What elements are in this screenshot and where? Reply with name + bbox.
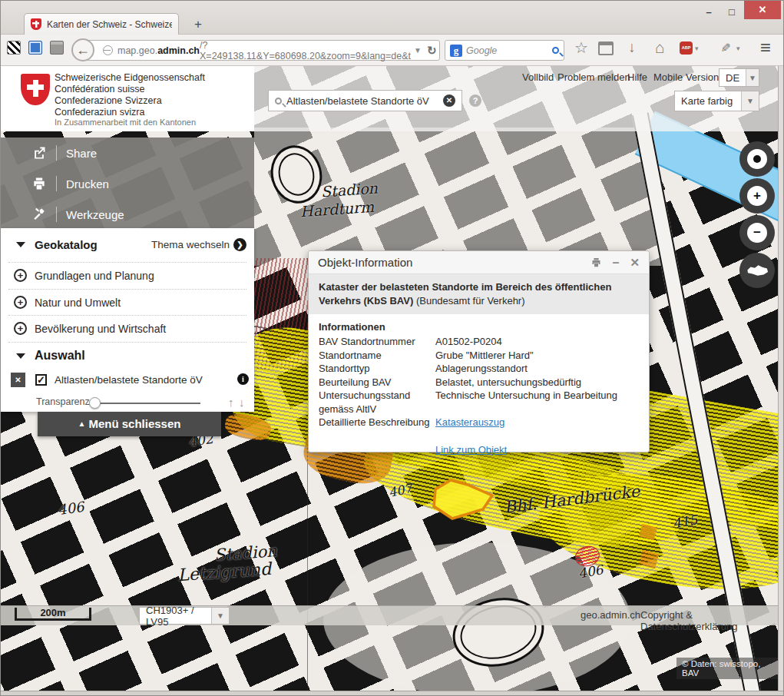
popup-close-icon[interactable]: ✕ [630, 256, 640, 270]
search-help-icon[interactable]: ? [469, 94, 481, 107]
map-style-value: Karte farbig [675, 95, 741, 107]
window-close-button[interactable]: ✕ [744, 1, 781, 19]
window-maximize-button[interactable]: □ [721, 5, 743, 21]
extension-bag-icon[interactable] [50, 41, 64, 55]
sidebar-item-label: Drucken [66, 177, 109, 191]
bookmarks-clipboard-icon[interactable] [598, 41, 614, 55]
adblock-dropdown-icon[interactable]: ▾ [695, 45, 699, 52]
header-tagline: In Zusammenarbeit mit den Kantonen [55, 118, 196, 127]
adblock-icon[interactable]: ABP [680, 41, 693, 55]
printer-icon [31, 176, 47, 191]
map-light-area [254, 128, 661, 266]
kataster-link[interactable]: Katasterauszug [435, 416, 639, 429]
info-row: Beurteilung BAVBelastet, untersuchungsbe… [319, 376, 639, 389]
url-path: /?X=249138.11&Y=680698.20&zoom=9&lang=de… [200, 40, 411, 61]
tools-icon [31, 207, 47, 222]
popup-header[interactable]: Objekt-Information – ✕ [309, 251, 649, 274]
caret-down-icon [16, 242, 25, 247]
category-grundlagen[interactable]: + Grundlagen und Planung [1, 263, 254, 287]
new-tab-button[interactable]: + [188, 16, 208, 33]
language-value: DE [719, 72, 746, 84]
clear-search-icon[interactable]: ✕ [443, 94, 455, 107]
toolbar-dropdown-icon[interactable]: ▾ [736, 45, 740, 52]
scale-bar: 200m [15, 608, 91, 621]
layer-checkbox[interactable]: ✓ [35, 374, 47, 386]
search-value: Altlasten/belastete Standorte öV [286, 95, 429, 107]
share-icon [31, 145, 47, 161]
info-label: BAV Standortnummer [319, 335, 435, 349]
sidebar-item-print[interactable]: Drucken [1, 168, 254, 199]
downloads-icon[interactable]: ↓ [623, 41, 641, 55]
transparency-label: Transparenz [36, 396, 90, 407]
plus-circle-icon[interactable]: + [14, 269, 27, 282]
browser-search-box[interactable]: g Google [445, 40, 564, 61]
google-icon[interactable]: g [450, 45, 462, 57]
chevron-down-icon: ▼ [746, 69, 759, 86]
url-dropdown-icon[interactable]: ▼ [411, 46, 425, 55]
popup-title: Objekt-Information [318, 256, 412, 269]
change-theme-link[interactable]: Thema wechseln ❯ [151, 238, 246, 251]
close-menu-button[interactable]: ▲Menü schliessen [38, 412, 221, 436]
extension-tiles-icon[interactable] [7, 41, 21, 55]
search-engine-placeholder: Google [466, 45, 497, 56]
plus-circle-icon[interactable]: + [14, 296, 27, 309]
nav-link-mobile-version[interactable]: Mobile Version [653, 71, 719, 83]
search-submit-icon[interactable] [552, 47, 559, 54]
globe-icon [103, 45, 113, 55]
language-select[interactable]: DE ▼ [719, 68, 759, 87]
move-layer-up-icon[interactable]: ↑ [228, 396, 234, 409]
category-natur[interactable]: + Natur und Umwelt [1, 290, 254, 314]
change-theme-label: Thema wechseln [151, 239, 230, 250]
popup-section-title: Informationen [319, 321, 639, 333]
window-bottom-border [1, 691, 784, 696]
layer-info-icon[interactable]: i [237, 373, 249, 385]
sidebar-item-share[interactable]: Share [1, 138, 254, 168]
pencil-extension-icon[interactable]: ✎ [718, 39, 732, 56]
geolocate-button[interactable] [739, 141, 775, 177]
info-label: Standorttyp [319, 362, 435, 376]
tab-title: Karten der Schweiz - Schweize... [47, 19, 172, 30]
selection-header[interactable]: Auswahl [1, 343, 254, 368]
sidebar-item-tools[interactable]: Werkzeuge [1, 199, 254, 230]
category-bevoelkerung[interactable]: + Bevölkerung und Wirtschaft [1, 317, 254, 340]
zoom-to-switzerland-button[interactable] [739, 253, 775, 288]
map-style-select[interactable]: Karte farbig ▼ [674, 91, 759, 111]
popup-minimize-icon[interactable]: – [613, 259, 620, 267]
footer-site-link[interactable]: geo.admin.ch [581, 609, 640, 621]
zoom-in-button[interactable]: + [739, 178, 775, 214]
map-search-input[interactable]: Altlasten/belastete Standorte öV ✕ [268, 90, 462, 111]
org-line: Confédération suisse [55, 84, 254, 94]
transparency-slider-thumb[interactable] [89, 397, 101, 409]
nav-link-hilfe[interactable]: Hilfe [627, 71, 647, 83]
bookmark-star-icon[interactable]: ☆ [572, 41, 590, 55]
browser-tab[interactable]: Karten der Schweiz - Schweize... [24, 13, 179, 35]
plus-circle-icon[interactable]: + [14, 322, 27, 335]
move-layer-down-icon[interactable]: ↓ [239, 396, 245, 409]
url-bar[interactable]: map.geo.admin.ch/?X=249138.11&Y=680698.2… [84, 40, 440, 61]
transparency-slider-track[interactable] [91, 403, 200, 404]
print-icon[interactable] [590, 257, 602, 268]
extension-window-icon[interactable] [28, 41, 42, 55]
zoom-out-button[interactable]: − [739, 215, 775, 250]
window-right-border [778, 66, 784, 691]
back-button[interactable]: ← [71, 38, 94, 61]
remove-layer-button[interactable]: ✕ [11, 373, 25, 387]
info-value: Belastet, untersuchungsbedürftig [435, 376, 639, 389]
info-value: Ablagerungsstandort [435, 362, 639, 376]
geocatalog-header[interactable]: Geokatalog Thema wechseln ❯ [1, 230, 254, 259]
home-icon[interactable]: ⌂ [650, 41, 669, 54]
selected-site-polygon[interactable] [428, 474, 498, 525]
projection-select[interactable]: CH1903+ / LV95 ▼ [139, 607, 230, 625]
org-line: Schweizerische Eidgenossenschaft [55, 72, 254, 83]
menu-hamburger-icon[interactable]: ≡ [755, 41, 776, 54]
geolocate-icon [747, 149, 767, 169]
info-row: StandorttypAblagerungsstandort [319, 362, 639, 376]
window-minimize-button[interactable]: – [698, 5, 719, 21]
nav-link-problem-melden[interactable]: Problem melden [557, 71, 630, 83]
nav-link-vollbild[interactable]: Vollbild [522, 71, 554, 83]
layer-row: ✕ ✓ Altlasten/belastete Standorte öV i T… [1, 368, 254, 412]
footer-copyright-link[interactable]: Copyright & Datenschutzerklärung [640, 609, 783, 632]
reload-icon[interactable]: ↻ [425, 44, 442, 58]
info-label: Untersuchungsstand gemäss AltlV [319, 389, 435, 416]
object-link[interactable]: Link zum Objekt [435, 443, 639, 457]
